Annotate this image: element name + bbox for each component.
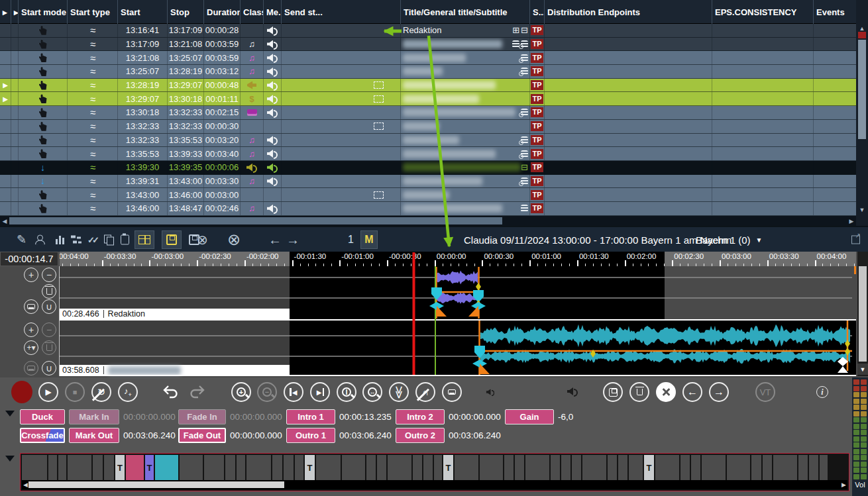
snap-off-button[interactable]: ∩ <box>415 382 435 402</box>
playlist-vscroll-thumb[interactable] <box>858 40 866 139</box>
overview-segment[interactable] <box>237 455 245 480</box>
playlist-row[interactable]: ▶≈13:29:0713:30:1800:01:11$TP <box>0 92 856 106</box>
nav-back-button[interactable]: ← <box>268 232 282 247</box>
add-note-button[interactable]: ♪+ <box>118 382 138 402</box>
cell-start-mode[interactable] <box>19 51 68 64</box>
playlist-row[interactable]: ≈13:21:0813:25:0700:03:59♫TP <box>0 51 856 65</box>
playlist-row[interactable]: ≈13:35:5313:39:3300:03:40♫TP <box>0 147 856 161</box>
playlist-row[interactable]: ≈13:16:4113:17:0900:00:28Redaktion⊞⊟TP <box>0 24 856 38</box>
overview-scrollbar[interactable]: ◀ ▶ <box>22 480 847 489</box>
cell-title[interactable] <box>401 120 530 133</box>
overview-segment[interactable] <box>342 455 365 480</box>
copy-button[interactable] <box>104 234 114 244</box>
overview-segment[interactable] <box>525 455 549 480</box>
overview-segment[interactable] <box>272 455 282 480</box>
overview-segment[interactable] <box>68 455 91 480</box>
track2-undock-button[interactable]: ∪ <box>42 361 56 375</box>
overview-segment[interactable] <box>680 455 690 480</box>
header-expander-col[interactable]: ▸ <box>0 0 11 24</box>
overview-segment-T[interactable]: T <box>305 455 315 480</box>
cell-title[interactable] <box>401 65 530 78</box>
intro-1-button[interactable]: Intro 1 <box>286 409 335 424</box>
cell-title[interactable] <box>401 79 530 92</box>
cell-start-mode[interactable]: ↓ <box>19 161 68 174</box>
go-to-start-button[interactable]: ◀ <box>284 382 303 402</box>
outro-2-button[interactable]: Outro 2 <box>396 428 445 443</box>
header-start[interactable]: Start <box>118 0 168 24</box>
zoom-fit-button[interactable]: ↔ <box>362 382 382 402</box>
detach-button[interactable] <box>851 235 860 244</box>
cell-expander[interactable] <box>0 65 11 78</box>
track2-delete-button[interactable] <box>42 340 56 355</box>
cell-start-type[interactable]: ≈ <box>68 106 118 119</box>
overview-segment[interactable] <box>455 455 478 480</box>
overview-segment[interactable] <box>366 455 376 480</box>
header-media[interactable]: Me... <box>264 0 282 24</box>
next-item-button[interactable]: → <box>709 382 729 402</box>
overview-segment[interactable] <box>434 455 442 480</box>
scroll-down-icon[interactable]: ▼ <box>856 207 868 213</box>
overview-segment[interactable] <box>763 455 772 480</box>
crossfade-button[interactable]: Crossfade <box>20 428 65 443</box>
overview-segment[interactable] <box>561 455 570 480</box>
cell-expander[interactable] <box>0 38 11 51</box>
validate-button[interactable]: ✓✓ <box>87 234 97 244</box>
playlist-row[interactable]: ↓≈13:39:3013:39:3500:00:06⊟TP <box>0 161 856 175</box>
overview-segment[interactable] <box>48 455 57 480</box>
scroll-down-icon[interactable]: ▼ <box>857 364 868 375</box>
intro-2-button[interactable]: Intro 2 <box>396 409 445 424</box>
overview-segment[interactable] <box>608 455 617 480</box>
cell-title[interactable] <box>401 188 530 201</box>
cell-expander[interactable] <box>0 147 11 160</box>
header-marker-col[interactable]: ▸ <box>11 0 19 24</box>
zoom-selection-button[interactable]: I <box>337 382 356 402</box>
cell-title[interactable] <box>401 134 530 147</box>
fade-in-button[interactable]: Fade In <box>178 409 226 424</box>
overview-segment[interactable] <box>316 455 341 480</box>
overview-segment-purpleT[interactable]: T <box>145 455 154 480</box>
header-start-mode[interactable]: Start mode <box>19 0 68 24</box>
cell-title[interactable] <box>401 51 530 64</box>
overview-segment[interactable] <box>93 455 103 480</box>
cell-start-mode[interactable] <box>19 106 68 119</box>
overview-segment[interactable] <box>751 455 761 480</box>
zoom-out-button[interactable]: − <box>257 382 277 402</box>
gain-button[interactable]: Gain <box>505 409 554 424</box>
overview-segment[interactable] <box>727 455 750 480</box>
cell-expander[interactable] <box>0 175 11 188</box>
cell-start-mode[interactable] <box>19 147 68 160</box>
cell-start-type[interactable]: ≈ <box>68 120 118 133</box>
cell-expander[interactable] <box>0 134 11 147</box>
overview-segment[interactable] <box>820 455 828 480</box>
previous-item-button[interactable]: ← <box>682 382 702 402</box>
edit-button[interactable]: ✎ <box>17 232 27 247</box>
overview-segment[interactable] <box>618 455 627 480</box>
track1-delete-button[interactable] <box>42 284 56 299</box>
cell-start-type[interactable]: ≈ <box>68 147 118 160</box>
overview-segment[interactable] <box>572 455 581 480</box>
collapse-overview-icon[interactable] <box>5 456 15 462</box>
stop-button[interactable]: ■ <box>65 382 85 402</box>
play-button[interactable]: ▶ <box>38 382 58 402</box>
scroll-left-icon[interactable]: ◀ <box>0 218 9 224</box>
cell-start-type[interactable]: ≈ <box>68 134 118 147</box>
record-button[interactable] <box>11 381 32 403</box>
save-cancel-button[interactable]: ⊗ <box>189 232 208 248</box>
playlist-row[interactable]: ≈13:43:0013:46:0000:03:00TP <box>0 188 856 202</box>
cell-start-type[interactable]: ≈ <box>68 161 118 174</box>
zoom-in-button[interactable]: + <box>231 382 251 402</box>
outro-1-button[interactable]: Outro 1 <box>286 428 335 443</box>
cell-title[interactable]: ⊟ <box>401 161 530 174</box>
collapse-fades-icon[interactable] <box>5 411 15 417</box>
duck-button[interactable]: Duck <box>20 409 65 424</box>
playlist-row[interactable]: ≈13:32:3313:32:3300:00:30TP <box>0 120 856 134</box>
expand-all-button[interactable]: ⋁⋁ <box>389 382 409 402</box>
overview-segment-T[interactable]: T <box>443 455 453 480</box>
cell-title[interactable] <box>401 175 530 188</box>
header-distribution-endpoints[interactable]: Distribution Endpoints <box>545 0 712 24</box>
overview-segment[interactable] <box>515 455 524 480</box>
timeline-ruler[interactable]: -00:04:00-00:03:30-00:03:00-00:02:30-00:… <box>60 252 856 266</box>
cell-start-mode[interactable] <box>19 188 68 201</box>
track1-active-region[interactable] <box>290 266 665 319</box>
playlist-row[interactable]: ↓≈13:39:3113:43:0000:03:30♫TP <box>0 175 856 189</box>
